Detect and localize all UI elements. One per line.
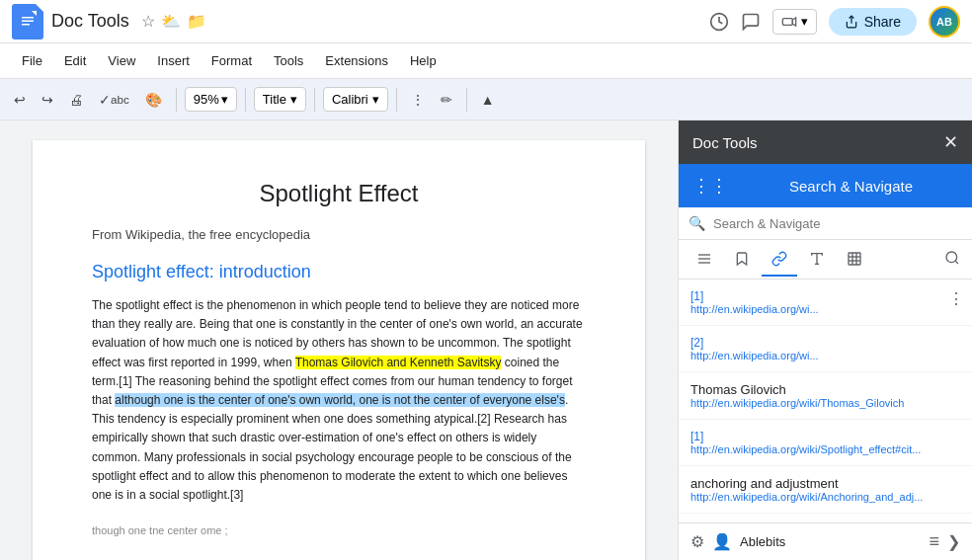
style-selector[interactable]: Title ▾ xyxy=(254,87,306,112)
item-url-3: http://en.wikipedia.org/wiki/Spotlight_e… xyxy=(690,443,960,455)
document-subtitle: From Wikipedia, the free encyclopedia xyxy=(92,227,586,242)
settings-icon[interactable]: ⚙ xyxy=(690,532,704,551)
toolbar-divider-5 xyxy=(466,88,467,112)
svg-marker-7 xyxy=(792,18,795,26)
search-icon: 🔍 xyxy=(688,215,705,231)
menu-tools[interactable]: Tools xyxy=(264,49,313,72)
tab-search[interactable] xyxy=(940,246,964,273)
item-more-1[interactable]: ⋮ xyxy=(948,289,964,308)
svg-rect-3 xyxy=(22,24,30,26)
item-url-thomas: http://en.wikipedia.org/wiki/Thomas_Gilo… xyxy=(690,397,960,409)
redo-button[interactable]: ↪ xyxy=(36,88,59,112)
avatar[interactable]: AB xyxy=(929,6,960,38)
tab-table[interactable] xyxy=(837,243,872,277)
menu-help[interactable]: Help xyxy=(400,49,446,72)
menu-insert[interactable]: Insert xyxy=(147,49,200,72)
toolbar-divider-2 xyxy=(245,88,246,112)
side-tabs xyxy=(679,240,972,280)
item-id-1: [1] xyxy=(690,289,960,303)
brand-label: Ablebits xyxy=(740,534,785,549)
grid-menu-icon[interactable]: ⋮⋮ xyxy=(687,171,734,200)
side-search-bar[interactable]: 🔍 xyxy=(679,207,972,240)
doc-title: Doc Tools xyxy=(51,11,129,32)
side-nav-title: Search & Navigate xyxy=(738,178,964,195)
highlight-yellow-1: Thomas Gilovich and Kenneth Savitsky xyxy=(295,356,502,369)
side-nav-bar: ⋮⋮ Search & Navigate xyxy=(679,164,972,207)
list-item-anchoring[interactable]: anchoring and adjustment http://en.wikip… xyxy=(679,466,972,514)
item-id-2: [2] xyxy=(690,336,960,350)
share-button[interactable]: Share xyxy=(829,8,917,36)
list-item-3[interactable]: [1] http://en.wikipedia.org/wiki/Spotlig… xyxy=(679,420,972,466)
comment-icon[interactable] xyxy=(741,12,761,32)
history-icon[interactable] xyxy=(709,12,729,32)
cloud-icon[interactable]: ⛅ xyxy=(161,12,181,31)
close-panel-button[interactable]: ✕ xyxy=(943,131,958,153)
person-icon[interactable]: 👤 xyxy=(712,532,732,551)
side-list: [1] http://en.wikipedia.org/wi... ⋮ 🌐 Op… xyxy=(679,280,972,522)
main-content: Spotlight Effect From Wikipedia, the fre… xyxy=(0,120,972,560)
zoom-control[interactable]: 95% ▾ xyxy=(185,87,237,112)
svg-rect-6 xyxy=(782,18,792,25)
item-url-anchoring: http://en.wikipedia.org/wiki/Anchoring_a… xyxy=(690,491,960,503)
svg-rect-14 xyxy=(849,253,860,265)
list-item-thomas[interactable]: Thomas Gilovich http://en.wikipedia.org/… xyxy=(679,372,972,420)
item-url-1: http://en.wikipedia.org/wi... xyxy=(690,303,960,315)
svg-rect-2 xyxy=(22,20,34,22)
svg-point-19 xyxy=(946,252,957,263)
menu-view[interactable]: View xyxy=(98,49,145,72)
menu-format[interactable]: Format xyxy=(202,49,262,72)
tab-heading[interactable] xyxy=(799,243,835,277)
item-url-2: http://en.wikipedia.org/wi... xyxy=(690,350,960,361)
item-id-3: [1] xyxy=(690,430,960,443)
print-button[interactable]: 🖨 xyxy=(63,88,89,112)
list-item-1[interactable]: [1] http://en.wikipedia.org/wi... ⋮ xyxy=(679,280,972,326)
toolbar: ↩ ↪ 🖨 ✓abc 🎨 95% ▾ Title ▾ Calibri ▾ ⋮ ✏… xyxy=(0,79,972,120)
bottom-text: though one tne center ome ; xyxy=(92,524,586,536)
list-item-5[interactable]: [5] http://en.wikipedia.org/wi... ↻ llig… xyxy=(679,514,972,522)
document-area[interactable]: Spotlight Effect From Wikipedia, the fre… xyxy=(0,120,678,560)
list-item-2[interactable]: [2] http://en.wikipedia.org/wi... xyxy=(679,326,972,372)
pen-button[interactable]: ✏ xyxy=(435,88,458,112)
footer-arrow-icon[interactable]: ❯ xyxy=(947,532,960,551)
body-text-3: . This tendency is especially prominent … xyxy=(92,393,572,502)
tab-link[interactable] xyxy=(762,243,797,277)
zoom-dropdown-icon[interactable]: ▾ xyxy=(221,92,228,107)
meet-button[interactable]: ▾ xyxy=(772,9,817,35)
document-title: Spotlight Effect xyxy=(92,180,586,207)
side-header-title: Doc Tools xyxy=(692,134,758,151)
toolbar-divider-1 xyxy=(176,88,177,112)
star-icon[interactable]: ☆ xyxy=(141,12,155,31)
toolbar-divider-4 xyxy=(396,88,397,112)
search-input[interactable] xyxy=(713,216,962,231)
font-selector[interactable]: Calibri ▾ xyxy=(323,87,388,112)
spellcheck-button[interactable]: ✓abc xyxy=(93,88,135,112)
tab-list[interactable] xyxy=(687,243,722,277)
title-icons: ☆ ⛅ 📁 xyxy=(141,12,206,31)
item-name-thomas: Thomas Gilovich xyxy=(690,382,960,397)
folder-icon[interactable]: 📁 xyxy=(187,12,206,31)
more-options-button[interactable]: ⋮ xyxy=(405,88,431,112)
undo-button[interactable]: ↩ xyxy=(8,88,32,112)
document-page: Spotlight Effect From Wikipedia, the fre… xyxy=(33,140,645,560)
footer-menu-icon[interactable]: ≡ xyxy=(929,531,939,552)
style-dropdown-icon[interactable]: ▾ xyxy=(290,92,297,107)
menu-extensions[interactable]: Extensions xyxy=(315,49,398,72)
font-dropdown-icon[interactable]: ▾ xyxy=(372,92,379,107)
side-panel: Doc Tools ✕ ⋮⋮ Search & Navigate 🔍 xyxy=(678,120,972,560)
svg-line-20 xyxy=(955,261,958,264)
document-section: Spotlight effect: introduction xyxy=(92,262,586,282)
document-body: The spotlight effect is the phenomenon i… xyxy=(92,296,586,505)
menu-file[interactable]: File xyxy=(12,49,52,72)
side-panel-header: Doc Tools ✕ xyxy=(679,120,972,164)
highlight-blue-1: although one is the center of one's own … xyxy=(115,393,565,407)
menu-edit[interactable]: Edit xyxy=(54,49,96,72)
svg-rect-1 xyxy=(22,17,34,19)
app-icon xyxy=(12,4,43,40)
top-bar: Doc Tools ☆ ⛅ 📁 ▾ Share AB xyxy=(0,0,972,43)
toolbar-divider-3 xyxy=(314,88,315,112)
paint-format-button[interactable]: 🎨 xyxy=(139,88,168,112)
collapse-toolbar-button[interactable]: ▲ xyxy=(475,88,501,112)
meet-dropdown[interactable]: ▾ xyxy=(801,14,808,29)
side-panel-footer: ⚙ 👤 Ablebits ≡ ❯ xyxy=(679,522,972,560)
tab-bookmark[interactable] xyxy=(724,243,760,277)
